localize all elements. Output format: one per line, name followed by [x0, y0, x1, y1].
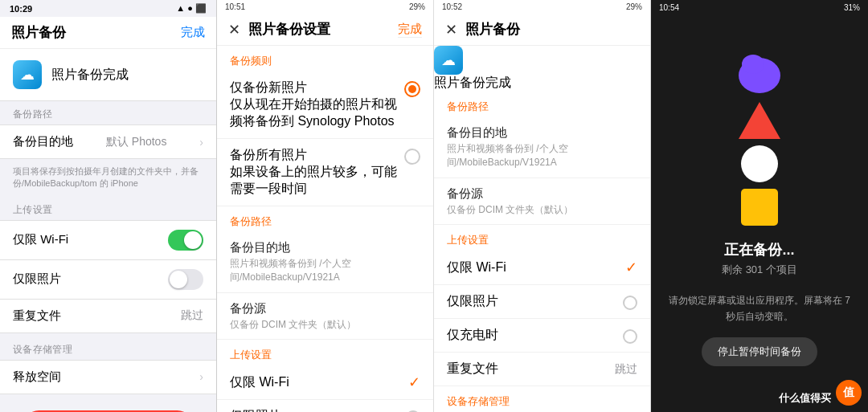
white-shape [739, 144, 780, 184]
svg-point-1 [742, 55, 764, 74]
source-item-2[interactable]: 备份源 仅备份 DCIM 文件夹（默认） [217, 293, 433, 341]
svg-marker-2 [739, 102, 780, 139]
path-label-3: 备份路径 [434, 92, 650, 117]
radio-all-photos-2[interactable] [404, 149, 420, 165]
wifi-row-3[interactable]: 仅限 Wi-Fi ✓ [434, 251, 650, 285]
panel2-title: 照片备份设置 [248, 20, 390, 39]
wifi-check-2: ✓ [408, 373, 420, 391]
upload-label-3: 上传设置 [434, 225, 650, 251]
upload-label-1: 上传设置 [0, 197, 216, 220]
time-2: 10:51 [225, 2, 245, 11]
photos-row-2[interactable]: 仅限照片 [217, 400, 433, 412]
photos-toggle-switch-1[interactable] [168, 269, 203, 290]
dest-item-3[interactable]: 备份目的地 照片和视频将备份到 /个人空间/MobileBackup/V1921… [434, 117, 650, 178]
panel-ios: 10:29 ▲ ● ⬛ 照片备份 完成 ☁ 照片备份完成 备份路径 备份目的地 … [0, 0, 217, 412]
storage-item-1[interactable]: 释放空间 › [0, 361, 216, 394]
status-bar-4: 10:54 31% [651, 0, 868, 15]
upload-label-2: 上传设置 [217, 340, 433, 365]
panel-android-settings: 10:51 29% ✕ 照片备份设置 完成 备份频则 仅备份新照片 仅从现在开始… [217, 0, 434, 412]
charge-row-3[interactable]: 仅充电时 [434, 319, 650, 353]
freq-label-2: 备份频则 [217, 46, 433, 71]
backup-status-4: 正在备份... [724, 240, 794, 259]
nav-bar-1: 照片备份 完成 [0, 17, 216, 49]
storage-block-1: 释放空间 › [0, 360, 216, 394]
done-btn-1[interactable]: 完成 [181, 25, 205, 40]
done-btn-2[interactable]: 完成 [398, 22, 422, 38]
section-label-path-1: 备份路径 [0, 101, 216, 124]
nav-bar-3: ✕ 照片备份 [434, 14, 650, 46]
red-shape [737, 100, 782, 141]
close-btn-2[interactable]: ✕ [228, 21, 240, 39]
status-bar-2: 10:51 29% [217, 0, 433, 14]
stop-backup-btn-4[interactable]: 停止暂停时间备份 [702, 337, 817, 366]
device-label-1: 设备存储管理 [0, 337, 216, 360]
close-btn-3[interactable]: ✕ [445, 21, 457, 39]
duplicate-item-1: 重复文件 跳过 [0, 300, 216, 333]
all-photos-option-2[interactable]: 备份所有照片 如果设备上的照片较多，可能需要一段时间 [217, 139, 433, 206]
wifi-row-2[interactable]: 仅限 Wi-Fi ✓ [217, 365, 433, 400]
list-block-dest: 备份目的地 默认 Photos › [0, 124, 216, 159]
panel1-title: 照片备份 [11, 23, 173, 42]
battery-4: 31% [844, 3, 860, 12]
dup-row-3: 重复文件 跳过 [434, 353, 650, 386]
shape-stack-4 [735, 53, 784, 227]
notice-4: 请勿锁定屏幕或退出应用程序。屏幕将在 7 秒后自动变暗。 [651, 293, 868, 324]
cloud-icon-3: ☁ [434, 46, 463, 75]
watermark-icon-4: 值 [836, 380, 862, 406]
purple-shape [735, 53, 784, 97]
path-label-2: 备份路径 [217, 206, 433, 232]
watermark-text-4: 什么值得买 [779, 391, 831, 406]
time-4: 10:54 [659, 3, 679, 12]
wifi-toggle-1[interactable]: 仅限 Wi-Fi [0, 221, 216, 260]
photos-toggle-1[interactable]: 仅限照片 [0, 260, 216, 300]
radio-new-photos-2[interactable] [404, 81, 420, 97]
new-photos-option-2[interactable]: 仅备份新照片 仅从现在开始拍摄的照片和视频将备份到 Synology Photo… [217, 71, 433, 139]
wifi-check-3: ✓ [625, 259, 637, 276]
source-item-3[interactable]: 备份源 仅备份 DCIM 文件夹（默认） [434, 178, 650, 226]
status-icons-1: ▲ ● ⬛ [176, 3, 207, 14]
wifi-toggle-switch-1[interactable] [168, 230, 203, 251]
panel-dark-backup: 10:54 31% 正在备份... 剩余 301 个项目 请勿锁定屏幕或退 [651, 0, 868, 412]
dest-item-1[interactable]: 备份目的地 默认 Photos › [0, 125, 216, 159]
dest-item-2[interactable]: 备份目的地 照片和视频将备份到 /个人空间/MobileBackup/V1921… [217, 232, 433, 293]
logo-area-4: 正在备份... 剩余 301 个项目 请勿锁定屏幕或退出应用程序。屏幕将在 7 … [651, 15, 868, 412]
backup-count-4: 剩余 301 个项目 [722, 263, 797, 277]
yellow-shape [739, 187, 780, 227]
success-msg-1: 照片备份完成 [51, 67, 129, 84]
upload-block-1: 仅限 Wi-Fi 仅限照片 重复文件 跳过 [0, 220, 216, 333]
nav-bar-2: ✕ 照片备份设置 完成 [217, 14, 433, 46]
battery-2: 29% [409, 2, 425, 11]
success-msg-3: 照片备份完成 [434, 75, 511, 89]
status-bar-3: 10:52 29% [434, 0, 650, 14]
svg-point-3 [741, 145, 778, 182]
device-label-3: 设备存储管理 [434, 386, 650, 412]
panel-android-backup: 10:52 29% ✕ 照片备份 ☁ 照片备份完成 备份路径 备份目的地 照片和… [434, 0, 651, 412]
photos-row-3[interactable]: 仅限照片 [434, 285, 650, 319]
cloud-icon-1: ☁ [13, 60, 42, 89]
success-area-3: ☁ 照片备份完成 [434, 46, 650, 92]
time-3: 10:52 [442, 2, 462, 11]
svg-rect-4 [741, 189, 778, 226]
time-1: 10:29 [10, 4, 32, 14]
desc-text-1: 项目将保存到按拍摄年月创建的文件夹中，并备份/MobileBackup/tom … [0, 162, 216, 197]
status-bar-1: 10:29 ▲ ● ⬛ [0, 0, 216, 17]
battery-3: 29% [626, 2, 642, 11]
success-area-1: ☁ 照片备份完成 [0, 49, 216, 101]
panel3-title: 照片备份 [465, 20, 639, 39]
